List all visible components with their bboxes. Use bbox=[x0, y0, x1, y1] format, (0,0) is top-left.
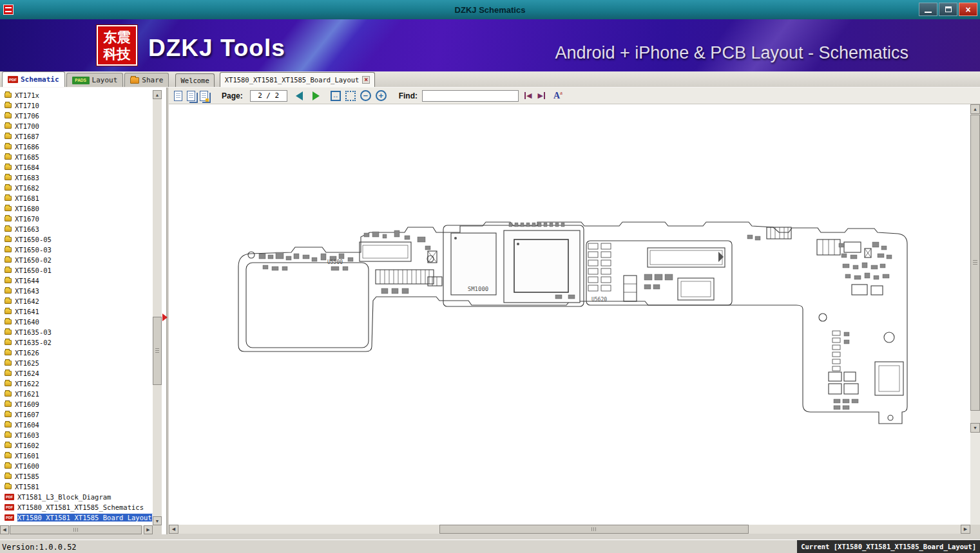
tab-layout[interactable]: PADS Layout bbox=[66, 73, 124, 87]
pdf-page[interactable]: U5500 SM1000 U5620 bbox=[169, 104, 970, 525]
scroll-right-icon[interactable]: ▶ bbox=[961, 525, 970, 534]
scroll-up-icon[interactable]: ▲ bbox=[970, 104, 980, 114]
scroll-right-icon[interactable]: ▶ bbox=[144, 525, 153, 534]
close-button[interactable]: × bbox=[959, 3, 977, 16]
sidebar-item[interactable]: XT1683 bbox=[0, 173, 151, 183]
scrollbar-thumb[interactable] bbox=[970, 115, 980, 411]
pdf-icon: PDF bbox=[5, 504, 14, 511]
minimize-button[interactable] bbox=[919, 3, 937, 16]
scroll-left-icon[interactable]: ◀ bbox=[0, 525, 9, 534]
window-title: DZKJ Schematics bbox=[0, 5, 980, 15]
sidebar-item-pdf[interactable]: PDF XT1580_XT1581_XT1585_Schematics bbox=[0, 502, 151, 512]
folder-icon bbox=[5, 185, 12, 191]
folder-icon bbox=[5, 402, 12, 407]
sidebar-item[interactable]: XT1602 bbox=[0, 440, 151, 451]
find-next-icon[interactable]: ▶ bbox=[537, 91, 544, 100]
sidebar-item[interactable]: XT1626 bbox=[0, 348, 151, 358]
main-horizontal-scrollbar[interactable]: ◀ ▶ bbox=[169, 525, 970, 534]
single-page-icon[interactable] bbox=[174, 91, 182, 101]
tab-welcome[interactable]: Welcome bbox=[175, 73, 214, 87]
sidebar-item[interactable]: XT1687 bbox=[0, 131, 151, 142]
folder-icon bbox=[5, 237, 12, 242]
fit-width-icon[interactable]: ↔ bbox=[331, 91, 341, 101]
fit-page-icon[interactable] bbox=[345, 91, 356, 101]
sidebar-item[interactable]: XT1604 bbox=[0, 420, 151, 430]
maximize-button[interactable] bbox=[939, 3, 957, 16]
scroll-left-icon[interactable]: ◀ bbox=[169, 525, 178, 534]
find-previous-icon[interactable]: ◀ bbox=[524, 91, 532, 100]
sidebar-item[interactable]: XT1686 bbox=[0, 142, 151, 152]
sidebar-item[interactable]: XT1600 bbox=[0, 461, 151, 471]
sidebar-item[interactable]: XT1700 bbox=[0, 121, 151, 131]
minimize-icon bbox=[925, 12, 932, 13]
prev-page-icon[interactable] bbox=[296, 91, 303, 100]
sidebar-item[interactable]: XT1650-02 bbox=[0, 255, 151, 265]
sidebar-item[interactable]: XT1581 bbox=[0, 482, 151, 492]
sidebar-item[interactable]: XT1684 bbox=[0, 162, 151, 173]
next-page-icon[interactable] bbox=[312, 91, 320, 100]
scroll-down-icon[interactable]: ▼ bbox=[970, 423, 980, 433]
sidebar-item[interactable]: XT1710 bbox=[0, 100, 151, 111]
sidebar-item[interactable]: XT1642 bbox=[0, 296, 151, 306]
close-tab-icon[interactable]: × bbox=[362, 76, 370, 84]
sidebar-item[interactable]: XT1622 bbox=[0, 379, 151, 389]
scrollbar-thumb[interactable] bbox=[439, 525, 749, 534]
pcb-board-diagram: U5500 SM1000 U5620 bbox=[169, 104, 970, 525]
facing-pages-icon[interactable] bbox=[187, 91, 195, 101]
sidebar-item[interactable]: XT1644 bbox=[0, 276, 151, 286]
multi-pages-icon[interactable] bbox=[200, 91, 208, 101]
sidebar-item[interactable]: XT1685 bbox=[0, 152, 151, 162]
sidebar-item[interactable]: XT1624 bbox=[0, 368, 151, 379]
scroll-up-icon[interactable]: ▲ bbox=[153, 90, 162, 99]
sidebar-horizontal-scrollbar[interactable]: ◀ ▶ bbox=[0, 525, 162, 534]
main-vertical-scrollbar[interactable]: ▲ ▼ bbox=[970, 104, 980, 433]
sidebar-item[interactable]: XT1585 bbox=[0, 471, 151, 482]
sidebar-item[interactable]: XT1640 bbox=[0, 317, 151, 327]
folder-icon bbox=[5, 206, 12, 211]
splitter-arrow-icon[interactable] bbox=[162, 314, 168, 321]
sidebar-item[interactable]: XT1650-05 bbox=[0, 234, 151, 245]
sidebar-item[interactable]: XT1650-01 bbox=[0, 265, 151, 276]
sidebar-vertical-scrollbar[interactable]: ▲ ▼ bbox=[153, 90, 162, 525]
sidebar-item[interactable]: XT1621 bbox=[0, 389, 151, 399]
match-case-icon[interactable]: Aa bbox=[553, 89, 562, 101]
tab-board-layout[interactable]: XT1580_XT1581_XT1585_Board_Layout × bbox=[220, 72, 376, 87]
sidebar-item[interactable]: XT1609 bbox=[0, 399, 151, 409]
sidebar-item[interactable]: XT1601 bbox=[0, 451, 151, 461]
sidebar-item[interactable]: XT1603 bbox=[0, 430, 151, 440]
sidebar-item[interactable]: XT1706 bbox=[0, 111, 151, 121]
sidebar-item[interactable]: XT1663 bbox=[0, 224, 151, 234]
page-label: Page: bbox=[222, 91, 243, 100]
tab-share[interactable]: Share bbox=[124, 73, 169, 87]
zoom-out-icon[interactable]: − bbox=[360, 90, 371, 101]
sidebar-item[interactable]: XT1682 bbox=[0, 183, 151, 193]
sidebar-item[interactable]: XT1670 bbox=[0, 214, 151, 224]
sidebar-item[interactable]: XT171x bbox=[0, 90, 151, 100]
sidebar-item[interactable]: XT1641 bbox=[0, 306, 151, 317]
sidebar-item[interactable]: XT1607 bbox=[0, 409, 151, 420]
sidebar-item[interactable]: XT1680 bbox=[0, 203, 151, 214]
folder-icon bbox=[5, 196, 12, 201]
scrollbar-thumb[interactable] bbox=[10, 525, 142, 534]
sidebar-item[interactable]: XT1681 bbox=[0, 193, 151, 203]
scroll-down-icon[interactable]: ▼ bbox=[153, 516, 162, 525]
folder-icon bbox=[5, 227, 12, 232]
folder-icon bbox=[5, 412, 12, 417]
sidebar-item[interactable]: XT1635-02 bbox=[0, 337, 151, 348]
folder-icon bbox=[5, 165, 12, 170]
sidebar-item[interactable]: XT1635-03 bbox=[0, 327, 151, 337]
zoom-in-icon[interactable]: + bbox=[376, 90, 387, 101]
app-window: DZKJ Schematics × 东震 科技 DZKJ Tools Andro… bbox=[0, 0, 980, 553]
sidebar-item[interactable]: XT1643 bbox=[0, 286, 151, 296]
sidebar-item[interactable]: XT1650-03 bbox=[0, 245, 151, 255]
tab-schematic[interactable]: PDF Schematic bbox=[2, 71, 65, 87]
folder-icon bbox=[5, 484, 12, 489]
folder-icon bbox=[5, 216, 12, 221]
page-input[interactable] bbox=[250, 90, 287, 102]
scrollbar-thumb[interactable] bbox=[153, 317, 162, 385]
sidebar-item-pdf-selected[interactable]: PDF XT1580_XT1581_XT1585_Board_Layout bbox=[0, 512, 151, 523]
sidebar-item-pdf[interactable]: PDF XT1581_L3_Block_Diagram bbox=[0, 492, 151, 502]
find-input[interactable] bbox=[422, 90, 519, 102]
current-document-status: Current [XT1580_XT1581_XT1585_Board_Layo… bbox=[797, 540, 980, 553]
sidebar-item[interactable]: XT1625 bbox=[0, 358, 151, 368]
